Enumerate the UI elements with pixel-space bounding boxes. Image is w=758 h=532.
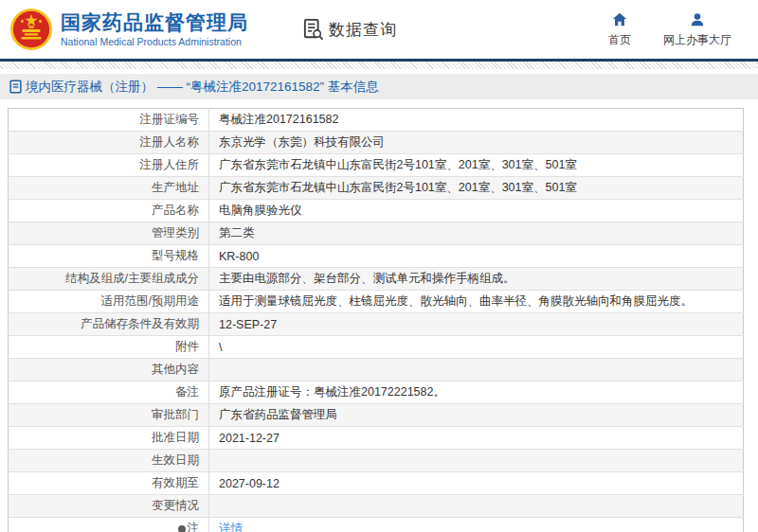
details-link[interactable]: 详情 xyxy=(219,522,243,532)
breadcrumb: 境内医疗器械（注册） —— “粤械注准20172161582” 基本信息 xyxy=(0,74,758,99)
logo-text: 国家药品监督管理局 National Medical Products Admi… xyxy=(61,11,248,47)
table-row: 有效期至2027-09-12 xyxy=(9,472,744,495)
document-search-icon xyxy=(303,18,324,41)
document-icon xyxy=(9,80,22,94)
row-value: 12-SEP-27 xyxy=(209,313,744,336)
table-row: 注册证编号粤械注准20172161582 xyxy=(9,109,744,132)
table-row: 注册人名称东京光学（东莞）科技有限公司 xyxy=(9,132,744,154)
row-value xyxy=(209,495,744,518)
row-label: 注册证编号 xyxy=(9,109,209,132)
row-label: 注册人名称 xyxy=(9,132,209,154)
row-value: \ xyxy=(209,336,744,359)
row-value: 广东省药品监督管理局 xyxy=(209,404,744,427)
row-value: 粤械注准20172161582 xyxy=(209,109,744,132)
china-national-emblem-icon xyxy=(9,8,53,51)
row-value: 广东省东莞市石龙镇中山东富民街2号101室、201室、301室、501室 xyxy=(209,154,744,177)
row-value: 2021-12-27 xyxy=(209,427,744,450)
table-row: 生效日期 xyxy=(9,450,744,472)
table-row: 附件\ xyxy=(9,336,744,359)
table-row: 变更情况 xyxy=(9,495,744,518)
table-row: 型号规格KR-800 xyxy=(9,245,744,268)
table-row: 其他内容 xyxy=(9,359,744,381)
table-row: 注册人住所广东省东莞市石龙镇中山东富民街2号101室、201室、301室、501… xyxy=(9,154,744,177)
row-label: 备注 xyxy=(9,381,209,404)
home-icon xyxy=(611,11,628,28)
pin-icon xyxy=(178,525,186,532)
row-label: 产品名称 xyxy=(9,200,209,222)
header-nav: 首页 网上办事大厅 xyxy=(608,11,758,48)
registration-info-table-wrap: 注册证编号粤械注准20172161582注册人名称东京光学（东莞）科技有限公司注… xyxy=(8,108,744,532)
row-value: 第二类 xyxy=(209,222,744,245)
table-row: 产品名称电脑角膜验光仪 xyxy=(9,200,744,222)
row-label: 生产地址 xyxy=(9,177,209,200)
page-title: 境内医疗器械（注册） —— “粤械注准20172161582” 基本信息 xyxy=(26,79,379,96)
table-row: 结构及组成/主要组成成分主要由电源部分、架台部分、测试单元和操作手柄组成。 xyxy=(9,268,744,291)
row-value: 主要由电源部分、架台部分、测试单元和操作手柄组成。 xyxy=(209,268,744,291)
nmpa-logo[interactable]: 国家药品监督管理局 National Medical Products Admi… xyxy=(9,8,248,51)
row-value: 详情 xyxy=(209,518,744,532)
data-query-section[interactable]: 数据查询 xyxy=(303,18,397,41)
row-label: 产品储存条件及有效期 xyxy=(9,313,209,336)
header: 国家药品监督管理局 National Medical Products Admi… xyxy=(0,0,758,59)
row-label: 批准日期 xyxy=(9,427,209,450)
data-query-label: 数据查询 xyxy=(329,19,397,41)
agency-subtitle: National Medical Products Administration xyxy=(61,36,248,47)
row-label: 管理类别 xyxy=(9,222,209,245)
nav-home-label: 首页 xyxy=(608,32,631,48)
table-row: 批准日期2021-12-27 xyxy=(9,427,744,450)
row-label: 适用范围/预期用途 xyxy=(9,291,209,313)
row-value: 适用于测量球镜屈光度、柱镜屈光度、散光轴向、曲率半径、角膜散光轴向和角膜屈光度。 xyxy=(209,291,744,313)
table-row: 管理类别第二类 xyxy=(9,222,744,245)
row-label: 审批部门 xyxy=(9,404,209,427)
nav-hall-label: 网上办事大厅 xyxy=(663,32,731,48)
table-row: 适用范围/预期用途适用于测量球镜屈光度、柱镜屈光度、散光轴向、曲率半径、角膜散光… xyxy=(9,291,744,313)
row-value xyxy=(209,450,744,472)
row-label: 有效期至 xyxy=(9,472,209,495)
table-row: 生产地址广东省东莞市石龙镇中山东富民街2号101室、201室、301室、501室 xyxy=(9,177,744,200)
agency-title: 国家药品监督管理局 xyxy=(61,11,248,34)
row-value xyxy=(209,359,744,381)
row-value: 电脑角膜验光仪 xyxy=(209,200,744,222)
table-row: 审批部门广东省药品监督管理局 xyxy=(9,404,744,427)
table-row: 注详情 xyxy=(9,518,744,532)
table-row: 备注原产品注册证号：粤械注准20172221582。 xyxy=(9,381,744,404)
nav-online-service-hall[interactable]: 网上办事大厅 xyxy=(663,11,731,48)
row-value: 广东省东莞市石龙镇中山东富民街2号101室、201室、301室、501室 xyxy=(209,177,744,200)
nav-home[interactable]: 首页 xyxy=(608,11,631,48)
info-table-body: 注册证编号粤械注准20172161582注册人名称东京光学（东莞）科技有限公司注… xyxy=(9,109,744,532)
row-label: 型号规格 xyxy=(9,245,209,268)
registration-info-table: 注册证编号粤械注准20172161582注册人名称东京光学（东莞）科技有限公司注… xyxy=(8,108,744,532)
table-row: 产品储存条件及有效期12-SEP-27 xyxy=(9,313,744,336)
row-label: 附件 xyxy=(9,336,209,359)
row-value: 原产品注册证号：粤械注准20172221582。 xyxy=(209,381,744,404)
row-label: 注册人住所 xyxy=(9,154,209,177)
row-label: 结构及组成/主要组成成分 xyxy=(9,268,209,291)
row-label: 变更情况 xyxy=(9,495,209,518)
row-label: 其他内容 xyxy=(9,359,209,381)
person-icon xyxy=(689,11,706,28)
hatched-strip xyxy=(0,62,758,69)
row-value: 东京光学（东莞）科技有限公司 xyxy=(209,132,744,154)
row-label: 生效日期 xyxy=(9,450,209,472)
row-value: KR-800 xyxy=(209,245,744,268)
row-value: 2027-09-12 xyxy=(209,472,744,495)
row-label: 注 xyxy=(9,518,209,532)
